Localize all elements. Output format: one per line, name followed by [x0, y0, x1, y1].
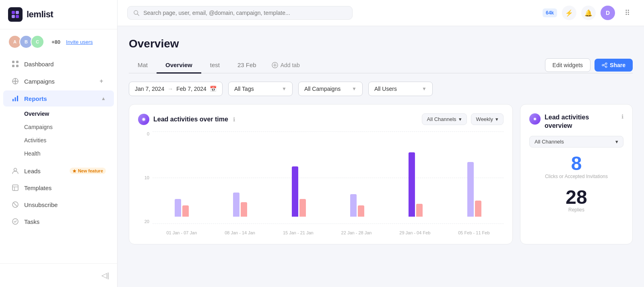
sidebar-item-reports[interactable]: Reports ▲ — [3, 90, 114, 107]
chart-icon-small — [529, 113, 541, 125]
all-tags-dropdown[interactable]: All Tags ▼ — [228, 82, 293, 96]
svg-rect-4 — [12, 61, 14, 63]
chevron-down-icon: ▾ — [615, 139, 618, 145]
date-end: Feb 7, 2024 — [176, 86, 206, 92]
sidebar-bottom: ◁| — [0, 263, 117, 287]
sidebar-nav: Dashboard Campaigns + Reports ▲ Overview… — [0, 53, 117, 263]
svg-point-27 — [605, 66, 607, 68]
tab-23feb[interactable]: 23 Feb — [229, 57, 265, 74]
campaigns-icon — [11, 77, 19, 85]
sub-item-label: Health — [24, 150, 40, 157]
sidebar-item-tasks[interactable]: Tasks — [3, 213, 114, 230]
svg-line-21 — [137, 14, 139, 16]
user-avatar[interactable]: D — [601, 6, 615, 20]
svg-rect-3 — [16, 15, 19, 18]
sidebar-sub-item-activities[interactable]: Activities — [3, 134, 114, 147]
sidebar: lemlist A B C +80 Invite users Dashboard… — [0, 0, 118, 287]
weekly-button[interactable]: Weekly ▾ — [471, 113, 504, 125]
chevron-down-icon: ▼ — [282, 86, 287, 92]
chart-header: Lead activities over time ℹ All Channels… — [138, 113, 504, 125]
search-input[interactable] — [143, 10, 347, 16]
info-icon[interactable]: ℹ — [621, 113, 623, 120]
collapse-sidebar-button[interactable]: ◁| — [3, 268, 114, 283]
sidebar-item-templates[interactable]: Templates — [3, 180, 114, 196]
edit-widgets-button[interactable]: Edit widgets — [545, 58, 590, 72]
all-users-dropdown[interactable]: All Users ▼ — [368, 82, 433, 96]
sidebar-item-leads[interactable]: Leads New feature — [3, 163, 114, 179]
bar-pink — [475, 201, 481, 217]
chart-title: Lead activities over time — [153, 116, 228, 123]
sidebar-sub-item-campaigns[interactable]: Campaigns — [3, 121, 114, 133]
new-feature-badge: New feature — [70, 168, 106, 174]
tabs-bar: Mat Overview test 23 Feb Add tab Edit w — [129, 57, 633, 74]
tab-test[interactable]: test — [201, 57, 229, 74]
search-box[interactable] — [127, 6, 353, 20]
svg-point-31 — [142, 118, 145, 121]
calendar-icon: 📅 — [210, 86, 217, 92]
sidebar-item-campaigns[interactable]: Campaigns + — [3, 73, 114, 90]
sidebar-item-unsubscribe[interactable]: Unsubscribe — [3, 197, 114, 213]
chevron-down-icon: ▾ — [495, 116, 498, 122]
svg-point-26 — [602, 64, 604, 66]
sidebar-sub-item-overview[interactable]: Overview — [3, 107, 114, 120]
svg-rect-10 — [15, 97, 16, 101]
sidebar-item-label: Campaigns — [24, 78, 92, 85]
plus-users-count: +80 — [52, 39, 60, 45]
leads-icon — [11, 167, 19, 175]
reports-icon — [11, 94, 19, 102]
lead-activities-overview-card: Lead activities overview ℹ All Channels … — [520, 104, 633, 244]
sidebar-item-label: Tasks — [24, 218, 106, 225]
overview-all-channels-dropdown[interactable]: All Channels ▾ — [529, 136, 623, 148]
replies-stat-value: 28 — [529, 188, 623, 207]
sidebar-item-label: Dashboard — [24, 61, 106, 68]
date-range-button[interactable]: Jan 7, 2024 → Feb 7, 2024 📅 — [129, 82, 223, 96]
svg-rect-9 — [12, 99, 14, 101]
tab-mat[interactable]: Mat — [129, 57, 157, 74]
collapse-icon: ◁| — [101, 271, 109, 280]
badge-64k-button[interactable]: 64k — [543, 8, 557, 17]
y-axis: 20 10 0 — [138, 131, 149, 224]
overview-panel-title: Lead activities overview — [545, 113, 617, 130]
share-button[interactable]: Share — [594, 59, 633, 72]
avatar: C — [31, 35, 44, 49]
bar-group — [467, 162, 481, 217]
right-card-header: Lead activities overview ℹ — [529, 113, 623, 130]
tab-overview[interactable]: Overview — [157, 57, 201, 74]
bar-purple-dark — [292, 166, 298, 217]
svg-rect-14 — [12, 185, 18, 191]
all-campaigns-dropdown[interactable]: All Campaigns ▼ — [298, 82, 363, 96]
bar-group — [350, 194, 364, 217]
sidebar-sub-item-health[interactable]: Health — [3, 147, 114, 160]
add-tab-button[interactable]: Add tab — [265, 58, 306, 72]
bar-pink — [299, 199, 306, 217]
main-content: 64k ⚡ 🔔 D ⠿ Overview Mat Overview test 2… — [118, 0, 644, 287]
add-campaign-icon[interactable]: + — [97, 77, 106, 86]
sidebar-item-label: Templates — [24, 184, 106, 191]
svg-marker-13 — [72, 169, 76, 173]
notification-bell-button[interactable]: 🔔 — [581, 6, 596, 20]
svg-line-18 — [14, 203, 17, 206]
lead-activities-chart-card: Lead activities over time ℹ All Channels… — [129, 104, 513, 244]
x-label: 22 Jan - 28 Jan — [341, 230, 372, 235]
bar-purple — [350, 194, 357, 217]
sidebar-item-dashboard[interactable]: Dashboard — [3, 56, 114, 72]
all-channels-button[interactable]: All Channels ▾ — [422, 113, 467, 125]
arrow-right-icon: → — [167, 86, 173, 92]
charts-row: Lead activities over time ℹ All Channels… — [129, 104, 633, 244]
user-row: A B C +80 Invite users — [0, 29, 117, 53]
apps-grid-button[interactable]: ⠿ — [620, 6, 634, 20]
lightning-icon-button[interactable]: ⚡ — [562, 6, 576, 20]
logo-icon — [8, 7, 23, 22]
invite-users-link[interactable]: Invite users — [66, 39, 93, 45]
sidebar-item-label: Unsubscribe — [24, 201, 106, 208]
sub-item-label: Activities — [24, 137, 46, 144]
logo-area: lemlist — [0, 0, 117, 29]
bar-purple — [467, 162, 474, 217]
chevron-down-icon: ▾ — [459, 116, 462, 122]
bar-group — [233, 193, 247, 217]
bar-pink — [241, 202, 247, 217]
info-icon[interactable]: ℹ — [233, 116, 235, 123]
bars-container — [153, 131, 504, 228]
bar-chart: 20 10 0 — [138, 131, 504, 235]
svg-rect-11 — [17, 96, 18, 101]
